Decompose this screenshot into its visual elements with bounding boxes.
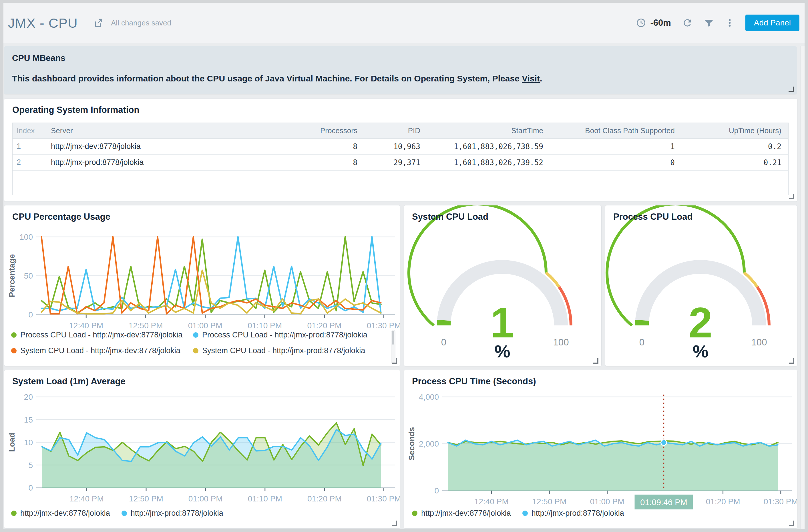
- legend-item[interactable]: Process CPU Load - http://jmx-prod:8778/…: [193, 330, 367, 339]
- kebab-menu-icon[interactable]: [725, 18, 735, 28]
- column-header[interactable]: Server: [47, 126, 293, 135]
- svg-text:12:40 PM: 12:40 PM: [69, 321, 103, 330]
- svg-text:0: 0: [434, 486, 439, 495]
- svg-text:Percentage: Percentage: [7, 254, 16, 298]
- legend-dot-icon: [522, 511, 528, 516]
- table-cell: 1,601,883,026,738.59: [424, 142, 547, 151]
- column-header[interactable]: UpTime (Hours): [679, 126, 785, 135]
- system-load-chart[interactable]: 0510152012:40 PM12:50 PM01:00 PM01:10 PM…: [4, 370, 400, 528]
- legend-dot-icon: [11, 348, 17, 354]
- column-header[interactable]: Processors: [293, 126, 362, 135]
- legend-item[interactable]: System CPU Load - http://jmx-dev:8778/jo…: [11, 346, 193, 355]
- panel-resize-handle[interactable]: [789, 358, 794, 364]
- panel-resize-handle[interactable]: [593, 358, 599, 364]
- process-cpu-time-legend: http://jmx-dev:8778/jolokiahttp://jmx-pr…: [412, 509, 624, 518]
- svg-text:12:50 PM: 12:50 PM: [532, 497, 566, 506]
- legend-dot-icon: [412, 511, 418, 516]
- svg-text:5: 5: [28, 461, 33, 470]
- os-info-table: IndexServerProcessorsPIDStartTimeBoot Cl…: [12, 122, 789, 195]
- system-load-legend: http://jmx-dev:8778/jolokiahttp://jmx-pr…: [11, 509, 223, 518]
- svg-text:0: 0: [639, 337, 644, 347]
- process-cpu-time-chart[interactable]: 02,0004,00012:40 PM12:50 PM01:00 PM01:20…: [404, 370, 797, 528]
- svg-text:0: 0: [28, 310, 33, 319]
- svg-text:01:10 PM: 01:10 PM: [248, 494, 282, 503]
- table-cell: 0: [547, 158, 679, 167]
- legend-label: http://jmx-prod:8778/jolokia: [131, 509, 223, 518]
- svg-text:01:00 PM: 01:00 PM: [188, 494, 223, 503]
- legend-label: http://jmx-dev:8778/jolokia: [20, 509, 110, 518]
- legend-item[interactable]: http://jmx-prod:8778/jolokia: [122, 509, 223, 518]
- clock-icon: [636, 18, 646, 28]
- table-row: 1http://jmx-dev:8778/jolokia810,9631,601…: [13, 138, 788, 155]
- svg-text:100: 100: [19, 232, 33, 242]
- panel-resize-handle[interactable]: [789, 520, 794, 526]
- cpu-mbeans-description: This dashboard provides information abou…: [12, 74, 542, 83]
- svg-text:Seconds: Seconds: [407, 427, 416, 460]
- svg-text:20: 20: [24, 393, 33, 401]
- legend-label: http://jmx-prod:8778/jolokia: [532, 509, 624, 518]
- table-cell: 10,963: [362, 142, 424, 151]
- svg-text:2,000: 2,000: [419, 439, 439, 448]
- os-info-title: Operating System Information: [12, 105, 139, 115]
- visit-link[interactable]: Visit: [522, 74, 540, 83]
- legend-dot-icon: [11, 511, 17, 516]
- filter-icon[interactable]: [704, 18, 714, 28]
- column-header[interactable]: StartTime: [424, 126, 547, 135]
- legend-label: Process CPU Load - http://jmx-prod:8778/…: [202, 330, 367, 339]
- panel-system-cpu-load: System CPU Load 10100%: [404, 205, 602, 366]
- process-cpu-load-gauge[interactable]: 20100%: [605, 205, 797, 366]
- legend-label: Process CPU Load - http://jmx-dev:8778/j…: [20, 330, 182, 339]
- svg-text:100: 100: [553, 337, 569, 347]
- table-cell: 2: [13, 158, 47, 167]
- add-panel-button[interactable]: Add Panel: [746, 15, 800, 31]
- svg-text:%: %: [693, 341, 708, 361]
- legend-item[interactable]: http://jmx-prod:8778/jolokia: [522, 509, 624, 518]
- svg-text:15: 15: [24, 415, 33, 424]
- svg-text:01:10 PM: 01:10 PM: [247, 321, 282, 330]
- legend-label: http://jmx-dev:8778/jolokia: [421, 509, 511, 518]
- panel-resize-handle[interactable]: [392, 358, 397, 364]
- dashboard-page: JMX - CPU All changes saved -60m: [3, 3, 805, 529]
- legend-dot-icon: [193, 332, 198, 338]
- time-range-control[interactable]: -60m: [636, 18, 671, 28]
- panel-process-cpu-load: Process CPU Load 20100%: [605, 205, 797, 366]
- legend-item[interactable]: System CPU Load - http://jmx-prod:8778/j…: [193, 346, 367, 355]
- panel-resize-handle[interactable]: [392, 520, 397, 526]
- refresh-icon[interactable]: [682, 17, 693, 28]
- panel-resize-handle[interactable]: [789, 87, 794, 92]
- share-icon[interactable]: [93, 17, 104, 28]
- process-cpu-time-title: Process CPU Time (Seconds): [412, 376, 536, 386]
- table-cell: 0.2: [679, 142, 785, 151]
- legend-item[interactable]: http://jmx-dev:8778/jolokia: [412, 509, 511, 518]
- cpu-mbeans-title: CPU MBeans: [12, 53, 66, 63]
- panel-cpu-mbeans: CPU MBeans This dashboard provides infor…: [4, 46, 797, 94]
- panel-resize-handle[interactable]: [789, 194, 794, 199]
- column-header[interactable]: Boot Class Path Supported: [547, 126, 679, 135]
- svg-text:Load: Load: [7, 433, 16, 452]
- svg-text:2: 2: [688, 299, 712, 346]
- svg-text:01:20 PM: 01:20 PM: [706, 497, 740, 506]
- dashboard-header: JMX - CPU All changes saved -60m: [3, 3, 805, 43]
- table-cell: 0.21: [679, 158, 785, 167]
- panel-os-information: Operating System Information IndexServer…: [4, 98, 797, 202]
- column-header[interactable]: Index: [13, 126, 47, 135]
- table-row: 2http://jmx-prod:8778/jolokia829,3711,60…: [13, 155, 788, 171]
- save-status: All changes saved: [111, 19, 171, 27]
- svg-text:100: 100: [751, 337, 767, 347]
- system-cpu-load-title: System CPU Load: [412, 212, 488, 222]
- table-header-row: IndexServerProcessorsPIDStartTimeBoot Cl…: [13, 123, 788, 138]
- legend-item[interactable]: Process CPU Load - http://jmx-dev:8778/j…: [11, 330, 193, 339]
- svg-text:10: 10: [24, 438, 33, 447]
- table-cell: http://jmx-prod:8778/jolokia: [47, 158, 293, 167]
- page-scrollbar-gutter[interactable]: [800, 46, 805, 529]
- page-title: JMX - CPU: [8, 15, 78, 31]
- svg-text:12:40 PM: 12:40 PM: [70, 494, 104, 503]
- legend-dot-icon: [193, 348, 198, 354]
- system-cpu-load-gauge[interactable]: 10100%: [404, 205, 601, 366]
- table-cell: 8: [293, 142, 362, 151]
- column-header[interactable]: PID: [362, 126, 424, 135]
- svg-text:01:30 PM: 01:30 PM: [764, 497, 797, 506]
- legend-item[interactable]: http://jmx-dev:8778/jolokia: [11, 509, 110, 518]
- svg-text:12:50 PM: 12:50 PM: [129, 321, 163, 330]
- legend-dot-icon: [11, 332, 17, 338]
